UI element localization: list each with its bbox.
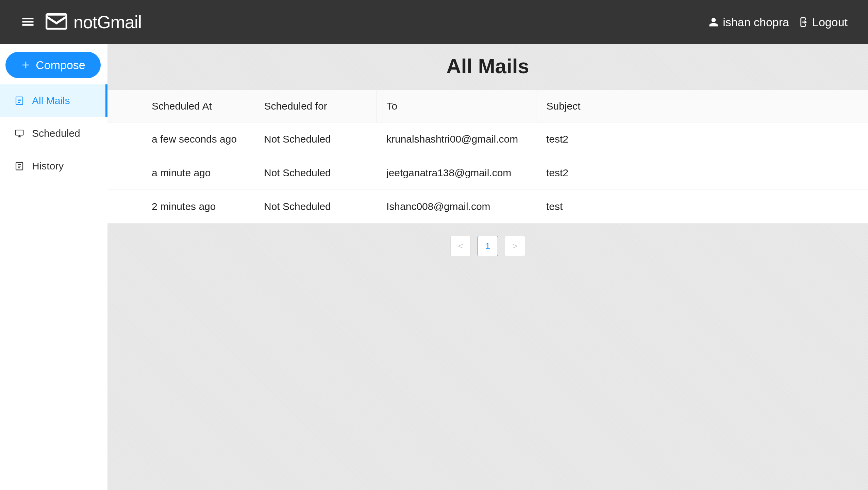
cell-scheduled_for: Not Scheduled [254,190,376,224]
logout-icon [797,16,808,28]
table-header-row: Scheduled At Scheduled for To Subject [107,90,868,122]
sidebar-item-label: History [32,160,64,172]
user-menu[interactable]: ishan chopra [708,16,789,29]
table-row[interactable]: a minute agoNot Scheduledjeetganatra138@… [107,156,868,190]
cell-to: krunalshashtri00@gmail.com [376,122,536,156]
col-subject[interactable]: Subject [536,90,868,122]
cell-scheduled_at: a minute ago [107,156,254,190]
cell-to: jeetganatra138@gmail.com [376,156,536,190]
list-doc-icon [14,161,24,171]
header-right: ishan chopra Logout [708,16,848,29]
col-to[interactable]: To [376,90,536,122]
col-scheduled-at[interactable]: Scheduled At [107,90,254,122]
logout-button[interactable]: Logout [797,16,848,29]
cell-scheduled_at: 2 minutes ago [107,190,254,224]
pagination: < 1 > [107,224,868,268]
compose-button[interactable]: Compose [5,52,101,78]
nav-list: All Mails Scheduled History [0,84,107,182]
header-left: notGmail [20,12,141,32]
compose-label: Compose [36,59,85,72]
hamburger-icon [20,14,35,29]
cell-scheduled_at: a few seconds ago [107,122,254,156]
sidebar-item-all-mails[interactable]: All Mails [0,84,107,117]
pagination-next[interactable]: > [505,236,525,256]
menu-toggle-button[interactable] [20,14,35,30]
sidebar-item-label: Scheduled [32,128,80,139]
cell-scheduled_for: Not Scheduled [254,156,376,190]
cell-subject: test [536,190,868,224]
list-doc-icon [14,96,24,106]
sidebar-item-scheduled[interactable]: Scheduled [0,117,107,150]
sidebar-item-label: All Mails [32,95,70,107]
app-header: notGmail ishan chopra Logout [0,0,868,44]
cell-subject: test2 [536,156,868,190]
app-logo[interactable]: notGmail [46,12,141,32]
mails-table-wrap: Scheduled At Scheduled for To Subject a … [107,90,868,224]
monitor-icon [14,128,24,138]
svg-rect-1 [16,130,23,135]
table-row[interactable]: a few seconds agoNot Scheduledkrunalshas… [107,122,868,156]
app-name: notGmail [73,12,141,32]
cell-scheduled_for: Not Scheduled [254,122,376,156]
mails-table: Scheduled At Scheduled for To Subject a … [107,90,868,224]
cell-subject: test2 [536,122,868,156]
cell-to: Ishanc008@gmail.com [376,190,536,224]
sidebar-item-history[interactable]: History [0,150,107,182]
envelope-icon [46,13,67,31]
username-label: ishan chopra [723,16,789,29]
plus-icon [21,60,31,70]
page-title: All Mails [107,44,868,90]
user-icon [708,17,719,27]
logout-label: Logout [812,16,848,29]
main-content: All Mails Scheduled At Scheduled for To … [107,44,868,490]
sidebar: Compose All Mails Scheduled History [0,44,107,490]
table-row[interactable]: 2 minutes agoNot ScheduledIshanc008@gmai… [107,190,868,224]
pagination-page-1[interactable]: 1 [478,236,498,256]
col-scheduled-for[interactable]: Scheduled for [254,90,376,122]
pagination-prev[interactable]: < [450,236,471,256]
